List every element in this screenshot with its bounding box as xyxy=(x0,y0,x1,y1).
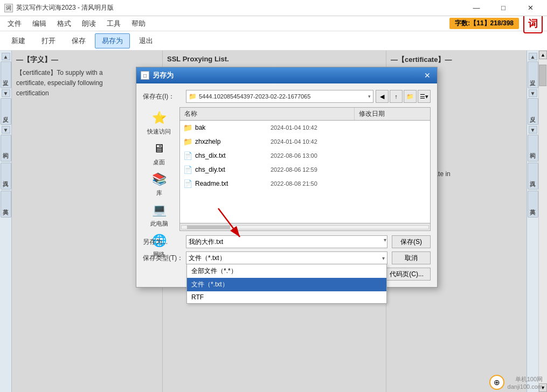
nav-right-hd[interactable]: 汉典 xyxy=(528,163,538,190)
file-row-chs-diy[interactable]: 📄 chs_diy.txt 2022-08-06 12:59 xyxy=(180,163,430,177)
nav-right-gc[interactable]: 构词 xyxy=(528,135,538,162)
dropdown-rtf-files[interactable]: RTF xyxy=(187,291,386,303)
file-row-readme[interactable]: 📄 Readme.txt 2022-08-08 21:50 xyxy=(180,177,430,191)
folder-icon-bak: 📁 xyxy=(182,122,193,133)
shortcut-quickaccess[interactable]: ⭐ 快速访问 xyxy=(147,109,171,136)
toolbar-new[interactable]: 新建 xyxy=(4,33,32,48)
toolbar-saveas[interactable]: 易存为 xyxy=(95,33,130,48)
file-date-bak: 2024-01-04 10:42 xyxy=(271,124,317,131)
dialog-title: 另存为 xyxy=(153,71,422,80)
dropdown-txt-files[interactable]: 文件（*.txt） xyxy=(187,278,386,291)
menu-bar: 文件 编辑 格式 朗读 工具 帮助 字数:【11】218/398 词 xyxy=(0,16,547,31)
cancel-button[interactable]: 取消 xyxy=(392,251,431,264)
menu-tools[interactable]: 工具 xyxy=(101,17,126,31)
dialog-title-bar: □ 另存为 ✕ xyxy=(136,67,437,83)
site-url: danji100.com xyxy=(508,383,543,390)
saveas-dialog: □ 另存为 ✕ 保存在(I)： 📁 5444.102085454397-2023… xyxy=(136,67,438,288)
filetype-dropdown: 全部文件（*.*） 文件（*.txt） RTF xyxy=(186,264,387,304)
filename-input-wrap: ▾ xyxy=(186,235,387,248)
col-date[interactable]: 修改日期 xyxy=(355,108,430,120)
save-in-label: 保存在(I)： xyxy=(143,92,186,101)
nav-right-up[interactable]: ▲ xyxy=(529,53,537,60)
file-row-chs-dix[interactable]: 📄 chs_dix.txt 2022-08-06 13:00 xyxy=(180,149,430,163)
nav-left-yd[interactable]: 英典 xyxy=(1,191,11,218)
col-name[interactable]: 名称 xyxy=(180,108,355,120)
desktop-label: 桌面 xyxy=(153,158,165,166)
filetype-value: 文件（*.txt） xyxy=(189,254,382,263)
codepage-button[interactable]: 代码页(C)... xyxy=(383,268,431,281)
file-name-bak: bak xyxy=(195,124,271,131)
file-icon-readme: 📄 xyxy=(182,178,193,189)
file-hscroll[interactable] xyxy=(180,223,430,230)
hscroll-track xyxy=(181,225,429,229)
filetype-combo[interactable]: 文件（*.txt） ▾ 全部文件（*.*） 文件（*.txt） RTF xyxy=(186,251,387,264)
nav-right-yd[interactable]: 英典 xyxy=(528,191,538,218)
save-in-combo[interactable]: 📁 5444.102085454397-2023-02-22-1677065 ▾ xyxy=(186,90,373,103)
menu-format[interactable]: 格式 xyxy=(52,17,77,31)
shortcut-computer[interactable]: 💻 此电脑 xyxy=(150,201,168,228)
menu-read[interactable]: 朗读 xyxy=(77,17,101,31)
dialog-close-button[interactable]: ✕ xyxy=(422,70,433,81)
save-button[interactable]: 保存(S) xyxy=(392,235,431,248)
menu-help[interactable]: 帮助 xyxy=(126,17,151,31)
back-button[interactable]: ◀ xyxy=(376,90,389,103)
maximize-button[interactable]: □ xyxy=(491,1,516,16)
dropdown-all-files[interactable]: 全部文件（*.*） xyxy=(187,264,386,278)
nav-left-gc[interactable]: 构词 xyxy=(1,135,11,162)
nav-right-fy[interactable]: 反义 xyxy=(528,98,538,125)
toolbar-exit[interactable]: 退出 xyxy=(132,33,160,48)
content-area: —【字义】— 【certificate】To supply with a cer… xyxy=(12,51,527,392)
up-button[interactable]: ↑ xyxy=(390,90,403,103)
filename-row: 另存为... ▾ xyxy=(143,235,431,248)
filetype-arrow-icon: ▾ xyxy=(382,255,385,261)
vertical-scrollbar[interactable]: ▲ ▼ xyxy=(538,51,547,392)
nav-buttons: ◀ ↑ 📁 ☰▾ xyxy=(376,90,431,103)
toolbar-open[interactable]: 打开 xyxy=(34,33,63,48)
filename-input[interactable] xyxy=(186,235,387,248)
dialog-bottom: 另存为... ▾ xyxy=(143,235,431,281)
hscroll-thumb xyxy=(187,226,230,229)
file-row-bak[interactable]: 📁 bak 2024-01-04 10:42 xyxy=(180,121,430,135)
file-name-zhxzhelp: zhxzhelp xyxy=(195,138,271,145)
new-folder-button[interactable]: 📁 xyxy=(404,90,417,103)
nav-right-down2[interactable]: ▼ xyxy=(529,126,537,134)
seal-icon: 词 xyxy=(523,14,543,33)
left-nav-panel: ▲ 近义 ▼ 反义 ▼ 构词 汉典 英典 xyxy=(0,51,12,392)
view-button[interactable]: ☰▾ xyxy=(418,90,431,103)
nav-up-arrow[interactable]: ▲ xyxy=(2,53,10,60)
bottom-bar: ⊕ 单机100网 danji100.com xyxy=(489,375,543,390)
toolbar-save[interactable]: 保存 xyxy=(65,33,93,48)
nav-down-arrow1[interactable]: ▼ xyxy=(2,89,10,97)
nav-right-jy[interactable]: 近义 xyxy=(528,61,538,88)
nav-right-down1[interactable]: ▼ xyxy=(529,89,537,97)
filetype-row: 保存类型(T)： 文件（*.txt） ▾ 全部文件（*.*） 文件（*.txt）… xyxy=(143,251,431,264)
minimize-button[interactable]: — xyxy=(464,1,489,16)
nav-left-jy[interactable]: 近义 xyxy=(1,61,11,88)
computer-label: 此电脑 xyxy=(150,220,168,228)
file-row-zhxzhelp[interactable]: 📁 zhxzhelp 2024-01-04 10:42 xyxy=(180,135,430,149)
desktop-icon: 🖥 xyxy=(150,140,168,157)
file-list-header: 名称 修改日期 xyxy=(180,108,430,121)
scroll-track[interactable] xyxy=(539,59,547,383)
scroll-up-button[interactable]: ▲ xyxy=(539,51,547,59)
nav-left-fy[interactable]: 反义 xyxy=(1,98,11,125)
menu-edit[interactable]: 编辑 xyxy=(27,17,52,31)
file-date-readme: 2022-08-08 21:50 xyxy=(271,180,317,187)
quickaccess-label: 快速访问 xyxy=(147,128,171,136)
nav-left-hd[interactable]: 汉典 xyxy=(1,163,11,190)
combo-arrow-icon: ▾ xyxy=(368,94,371,99)
shortcut-desktop[interactable]: 🖥 桌面 xyxy=(150,140,168,166)
home-icon[interactable]: ⊕ xyxy=(489,375,504,390)
close-button[interactable]: ✕ xyxy=(518,1,543,16)
file-name-chs-dix: chs_dix.txt xyxy=(195,152,271,159)
main-area: ▲ 近义 ▼ 反义 ▼ 构词 汉典 英典 —【字义】— 【certificate… xyxy=(0,51,547,392)
window-controls: — □ ✕ xyxy=(464,1,543,16)
nav-down-arrow2[interactable]: ▼ xyxy=(2,126,10,134)
shortcut-library[interactable]: 📚 库 xyxy=(150,171,168,197)
file-date-chs-dix: 2022-08-06 13:00 xyxy=(271,152,317,159)
dialog-icon: □ xyxy=(141,71,149,80)
save-in-path: 5444.102085454397-2023-02-22-1677065 xyxy=(199,93,368,100)
file-list-content: 📁 bak 2024-01-04 10:42 📁 zhxzhelp 2024-0… xyxy=(180,121,430,223)
scroll-thumb xyxy=(539,65,546,86)
menu-file[interactable]: 文件 xyxy=(2,17,27,31)
